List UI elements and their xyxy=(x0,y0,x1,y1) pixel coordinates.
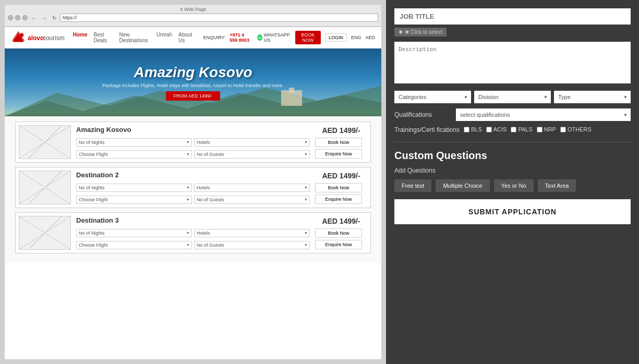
trainings-row: Trainings/Certi fications BLS ACIS PALS … xyxy=(394,126,631,135)
trainings-checkboxes: BLS ACIS PALS NRP OTHERS xyxy=(464,126,592,132)
nav-about-us[interactable]: About Us xyxy=(178,32,195,43)
nights-select-wrapper-3: No of Nights xyxy=(76,227,192,237)
dest-info-2: Destination 2 No of Nights Hotels xyxy=(76,171,310,204)
left-panel: X Web Page ← → ↻ https:// alovot xyxy=(0,0,386,364)
type-select-wrapper: Type xyxy=(554,91,631,103)
checkbox-others-input[interactable] xyxy=(560,127,566,132)
whatsapp-btn[interactable]: W WHATSAPP US xyxy=(257,32,291,43)
checkbox-bls: BLS xyxy=(464,126,482,132)
checkbox-nrp-input[interactable] xyxy=(537,127,542,132)
dest-image-2 xyxy=(19,171,71,204)
flight-select-2[interactable]: Choose Flight xyxy=(76,196,192,204)
nav-right: ENQUIRY: +971 4 559 8003 W WHATSAPP US B… xyxy=(203,31,375,44)
checkbox-acis-input[interactable] xyxy=(486,127,492,132)
division-select-wrapper: Division xyxy=(474,91,551,103)
back-btn[interactable]: ← xyxy=(30,15,38,21)
hero-content: Amazing Kosovo Package includes Flights,… xyxy=(102,64,284,101)
categories-select-wrapper: Categories xyxy=(394,91,471,103)
custom-questions-title: Custom Questions xyxy=(394,150,631,162)
multiple-choice-btn[interactable]: Multiple Choice xyxy=(436,179,489,192)
guests-select-2[interactable]: No of Guests xyxy=(194,196,310,204)
svg-point-2 xyxy=(20,33,23,37)
dest-image-1 xyxy=(19,125,71,159)
divider xyxy=(394,142,631,142)
login-btn[interactable]: LOGIN xyxy=(325,33,347,42)
checkbox-bls-input[interactable] xyxy=(464,127,469,132)
hero-subtitle: Package includes Flights, Hotel stays wi… xyxy=(102,83,284,88)
nights-select-3[interactable]: No of Nights xyxy=(76,229,192,237)
hotels-select-3[interactable]: Hotels xyxy=(194,229,310,237)
free-text-btn[interactable]: Free text xyxy=(394,179,431,192)
text-area-btn[interactable]: Text Area xyxy=(538,179,576,192)
forward-btn[interactable]: → xyxy=(40,15,49,21)
dest-price-2: AED 1499/- xyxy=(315,172,367,180)
nav-umrah[interactable]: Umrah xyxy=(156,32,172,43)
hero-section: Amazing Kosovo Package includes Flights,… xyxy=(5,48,381,116)
browser-btn-1 xyxy=(8,15,13,20)
yes-or-no-btn[interactable]: Yes or No xyxy=(494,179,534,192)
checkbox-nrp: NRP xyxy=(537,126,556,132)
hero-cta-btn[interactable]: FROM AED 1499/- xyxy=(166,91,220,101)
nav-home[interactable]: Home xyxy=(73,32,88,43)
enquire-btn-1[interactable]: Enquire Now xyxy=(315,149,362,159)
enquire-btn-3[interactable]: Enquire Now xyxy=(315,240,362,249)
job-application-form: ✱ ✱ Click to select Categories Division … xyxy=(386,0,639,364)
guests-select-wrapper-2: No of Guests xyxy=(194,194,310,204)
browser-btn-3 xyxy=(22,15,28,20)
lang-selector[interactable]: ENG xyxy=(351,35,361,40)
qualifications-select[interactable]: select qualifications xyxy=(456,108,631,121)
svg-rect-6 xyxy=(289,88,294,93)
dest-selects-2: No of Nights Hotels Choose Flight xyxy=(76,182,310,204)
destination-card-1: Amazing Kosovo No of Nights Hotels xyxy=(15,122,371,163)
browser-chrome: X Web Page ← → ↻ https:// xyxy=(4,4,382,27)
submit-application-btn[interactable]: SUBMIT APPLICATION xyxy=(394,199,631,224)
guests-select-1[interactable]: No of Guests xyxy=(194,150,310,159)
dest-price-area-2: AED 1499/- Book Now Enquire Now xyxy=(315,172,367,204)
dest-price-3: AED 1499/- xyxy=(315,217,367,225)
book-btn-2[interactable]: Book Now xyxy=(315,183,362,192)
nights-select-1[interactable]: No of Nights xyxy=(76,138,192,147)
nights-select-2[interactable]: No of Nights xyxy=(76,184,192,192)
dest-price-1: AED 1499/- xyxy=(315,126,367,135)
dest-image-3 xyxy=(19,216,71,250)
checkbox-pals-label: PALS xyxy=(518,126,532,132)
click-to-select[interactable]: ✱ ✱ Click to select xyxy=(394,28,447,37)
dest-info-3: Destination 3 No of Nights Hotels xyxy=(76,216,310,249)
flight-select-3[interactable]: Choose Flight xyxy=(76,241,192,249)
dest-selects-3: No of Nights Hotels Choose Flight xyxy=(76,227,310,249)
site-nav: alovotourism Home Best Deals New Destina… xyxy=(5,27,381,48)
book-btn-1[interactable]: Book Now xyxy=(315,138,362,147)
nav-best-deals[interactable]: Best Deals xyxy=(93,32,113,43)
hotels-select-1[interactable]: Hotels xyxy=(194,138,310,147)
dest-price-area-3: AED 1499/- Book Now Enquire Now xyxy=(315,217,367,249)
description-textarea[interactable] xyxy=(394,42,631,83)
url-bar[interactable]: https:// xyxy=(60,14,378,22)
enquiry-phone: +971 4 559 8003 xyxy=(230,32,253,43)
division-select[interactable]: Division xyxy=(474,91,551,103)
flight-select-wrapper-2: Choose Flight xyxy=(76,194,192,204)
guests-select-wrapper-1: No of Guests xyxy=(194,149,310,159)
flight-select-1[interactable]: Choose Flight xyxy=(76,150,192,159)
checkbox-pals-input[interactable] xyxy=(511,127,516,132)
hotels-select-2[interactable]: Hotels xyxy=(194,184,310,192)
guests-select-3[interactable]: No of Guests xyxy=(194,241,310,249)
custom-questions-section: Custom Questions xyxy=(394,150,631,162)
job-title-input[interactable] xyxy=(394,8,631,25)
destination-card-3: Destination 3 No of Nights Hotels xyxy=(15,212,371,253)
refresh-btn[interactable]: ↻ xyxy=(51,15,58,21)
description-group xyxy=(394,42,631,86)
book-now-btn[interactable]: BOOK NOW xyxy=(295,31,321,44)
dest-name-3: Destination 3 xyxy=(76,216,310,224)
categories-select[interactable]: Categories xyxy=(394,91,471,103)
enquire-btn-2[interactable]: Enquire Now xyxy=(315,195,362,204)
browser-toolbar: ← → ↻ https:// xyxy=(8,14,378,22)
nights-select-wrapper-2: No of Nights xyxy=(76,182,192,192)
checkbox-acis: ACIS xyxy=(486,126,507,132)
book-btn-3[interactable]: Book Now xyxy=(315,228,362,238)
checkbox-nrp-label: NRP xyxy=(544,126,556,132)
flight-select-wrapper-1: Choose Flight xyxy=(76,149,192,159)
nav-new-destinations[interactable]: New Destinations xyxy=(119,32,150,43)
currency-selector[interactable]: AED xyxy=(365,35,375,40)
add-questions-section: Add Questions xyxy=(394,167,631,174)
type-select[interactable]: Type xyxy=(554,91,631,103)
